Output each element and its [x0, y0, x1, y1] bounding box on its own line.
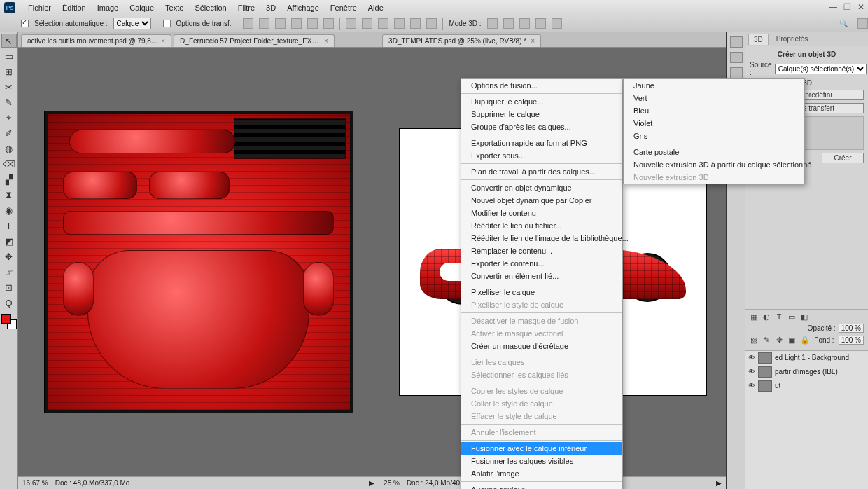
menu-calque[interactable]: Calque: [124, 1, 160, 14]
collapsed-panel-icon[interactable]: [730, 52, 743, 63]
menu-item[interactable]: Convertir en élément lié...: [461, 270, 622, 282]
menu-affichage[interactable]: Affichage: [281, 1, 325, 14]
canvas-left[interactable]: [18, 48, 379, 476]
align-top-icon[interactable]: [243, 18, 253, 29]
menu-item[interactable]: Aplatir l'image: [461, 467, 622, 480]
collapsed-panel-icon[interactable]: [730, 67, 743, 78]
align-left-icon[interactable]: [291, 18, 302, 29]
align-bottom-icon[interactable]: [275, 18, 286, 29]
menu-item[interactable]: Créer un masque d'écrêtage: [461, 340, 622, 352]
menu-item[interactable]: Pixelliser le calque: [461, 286, 622, 298]
tool-12[interactable]: T: [1, 219, 17, 233]
layer-row[interactable]: 👁partir d'images (IBL): [746, 365, 868, 379]
tool-4[interactable]: ✎: [1, 95, 17, 109]
tool-16[interactable]: ⊡: [1, 280, 17, 294]
tool-17[interactable]: Q: [1, 296, 17, 310]
filter-shape-icon[interactable]: ▭: [788, 312, 796, 321]
tool-7[interactable]: ◍: [1, 142, 17, 156]
auto-select-target-dropdown[interactable]: Calque: [113, 18, 151, 29]
menu-fenêtre[interactable]: Fenêtre: [325, 1, 363, 14]
opacity-value[interactable]: 100 %: [839, 324, 864, 333]
menu-item[interactable]: Nouvel objet dynamique par Copier: [461, 194, 622, 207]
arrange-documents-icon[interactable]: [858, 18, 868, 29]
filter-type-icon[interactable]: T: [775, 312, 783, 321]
menu-item[interactable]: Plan de travail à partir des calques...: [461, 165, 622, 178]
filter-smart-icon[interactable]: ◧: [800, 312, 808, 321]
color-swatches[interactable]: [1, 314, 17, 329]
menu-item[interactable]: Modifier le contenu: [461, 207, 622, 219]
tool-2[interactable]: ⊞: [1, 64, 17, 78]
close-button[interactable]: ✕: [854, 1, 868, 14]
transform-controls-checkbox[interactable]: [163, 20, 171, 27]
menu-sélection[interactable]: Sélection: [189, 1, 232, 14]
tool-3[interactable]: ✂: [1, 80, 17, 94]
distribute-top-icon[interactable]: [346, 18, 356, 29]
distribute-bottom-icon[interactable]: [378, 18, 388, 29]
menu-item[interactable]: Bleu: [624, 104, 804, 117]
tool-0[interactable]: ↖: [1, 34, 17, 48]
mode3d-slide-icon[interactable]: [536, 18, 546, 29]
tool-10[interactable]: ⧗: [1, 188, 17, 202]
menu-item[interactable]: Nouvelle extrusion 3D à partir du calque…: [624, 158, 804, 171]
menu-édition[interactable]: Édition: [57, 1, 92, 14]
menu-item[interactable]: Vert: [624, 92, 804, 104]
lock-pixels-icon[interactable]: ✎: [762, 336, 771, 344]
document-tab[interactable]: active les outils mouvement.psd @ 79,8..…: [21, 34, 172, 47]
visibility-eye-icon[interactable]: 👁: [748, 354, 755, 361]
menu-item[interactable]: Options de fusion...: [461, 79, 622, 92]
layer-context-submenu[interactable]: JauneVertBleuVioletGrisCarte postaleNouv…: [623, 78, 805, 184]
menu-item[interactable]: Convertir en objet dynamique: [461, 181, 622, 194]
menu-item[interactable]: Exportation rapide au format PNG: [461, 137, 622, 149]
menu-item[interactable]: Fusionner avec le calque inférieur: [461, 442, 622, 455]
menu-filtre[interactable]: Filtre: [232, 1, 260, 14]
menu-item[interactable]: Violet: [624, 117, 804, 130]
tool-6[interactable]: ✐: [1, 126, 17, 140]
lock-artboard-icon[interactable]: ▣: [788, 336, 796, 344]
menu-item[interactable]: Dupliquer le calque...: [461, 95, 622, 108]
panel-tab-properties[interactable]: Propriétés: [771, 34, 813, 44]
zoom-display-left[interactable]: 16,67 %: [22, 479, 48, 487]
tool-8[interactable]: ⌫: [1, 157, 17, 171]
menu-item[interactable]: Groupe d'après les calques...: [461, 120, 622, 133]
create-button[interactable]: Créer: [822, 153, 864, 163]
menu-item[interactable]: Carte postale: [624, 146, 804, 158]
tool-5[interactable]: ⌖: [1, 111, 17, 125]
lock-position-icon[interactable]: ✥: [775, 336, 783, 344]
menu-item[interactable]: Jaune: [624, 79, 804, 92]
tool-15[interactable]: ☞: [1, 265, 17, 279]
mode3d-orbit-icon[interactable]: [487, 18, 498, 29]
search-icon[interactable]: 🔍: [839, 20, 848, 27]
close-icon[interactable]: ×: [324, 37, 328, 45]
menu-item[interactable]: Exporter le contenu...: [461, 257, 622, 270]
tool-11[interactable]: ◉: [1, 203, 17, 217]
menu-texte[interactable]: Texte: [160, 1, 189, 14]
menu-item[interactable]: Exporter sous...: [461, 149, 622, 162]
filter-pixel-icon[interactable]: ▦: [750, 312, 758, 321]
tool-1[interactable]: ▭: [1, 49, 17, 63]
menu-item[interactable]: Fusionner les calques visibles: [461, 455, 622, 467]
distribute-vcenter-icon[interactable]: [362, 18, 372, 29]
menu-aide[interactable]: Aide: [363, 1, 389, 14]
menu-item[interactable]: Aucune couleur: [461, 483, 622, 489]
tool-14[interactable]: ✥: [1, 249, 17, 263]
layer-context-menu[interactable]: Options de fusion...Dupliquer le calque.…: [461, 78, 623, 489]
document-tab[interactable]: D_Ferruccio 57 Project Folder_texture_EX…: [174, 34, 335, 47]
mode3d-scale-icon[interactable]: [552, 18, 562, 29]
restore-button[interactable]: ❐: [840, 1, 854, 14]
mode3d-roll-icon[interactable]: [503, 18, 514, 29]
layer-row[interactable]: 👁ed Light 1 - Background: [746, 351, 868, 365]
close-icon[interactable]: ×: [531, 37, 535, 45]
align-hcenter-icon[interactable]: [307, 18, 318, 29]
lock-transparency-icon[interactable]: ▨: [750, 336, 758, 344]
collapsed-panel-icon[interactable]: [730, 36, 743, 48]
mode3d-pan-icon[interactable]: [519, 18, 530, 29]
layer-row[interactable]: 👁ut: [746, 379, 868, 393]
minimize-button[interactable]: —: [826, 1, 840, 14]
menu-item[interactable]: Gris: [624, 130, 804, 142]
document-tab[interactable]: 3D_TEMPLATES.psd @ 25% (live, RVB/8) *×: [382, 34, 541, 47]
visibility-eye-icon[interactable]: 👁: [748, 382, 755, 390]
align-vmiddle-icon[interactable]: [259, 18, 270, 29]
menu-3d[interactable]: 3D: [260, 1, 281, 14]
tool-9[interactable]: ▞: [1, 172, 17, 186]
distribute-right-icon[interactable]: [426, 18, 437, 29]
